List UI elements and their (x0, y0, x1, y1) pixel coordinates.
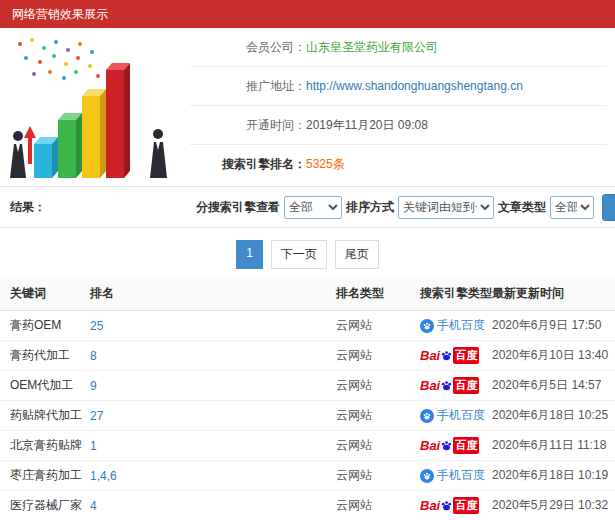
rank-link[interactable]: 1 (90, 439, 97, 453)
rank-type-text: 云网站 (336, 498, 372, 512)
engine-logo: 手机百度 (420, 469, 485, 483)
rank-type-text: 云网站 (336, 348, 372, 362)
rank-type-cell: 云网站 (332, 401, 416, 431)
member-info-section: 会员公司： 山东皇圣堂药业有限公司 推广地址： http://www.shand… (0, 28, 615, 186)
rank-link[interactable]: 8 (90, 349, 97, 363)
filter-controls: 分搜索引擎查看 全部 排序方式 关键词由短到长排序 文章类型 全部 提交 (196, 194, 615, 221)
open-time-value: 2019年11月20日 09:08 (306, 117, 428, 134)
keyword-text: 北京膏药贴牌 (10, 438, 82, 452)
rank-link[interactable]: 27 (90, 409, 103, 423)
engine-logo: Bai百度 (420, 349, 479, 363)
paw-icon (441, 350, 452, 361)
promo-url-label: 推广地址： (190, 78, 306, 95)
mobile-baidu-icon: 手机百度 (420, 467, 485, 484)
table-header-row: 关键词 排名 排名类型 搜索引擎类型 最新更新时间 (0, 277, 615, 311)
engine-cell: 手机百度 (416, 401, 488, 431)
growth-chart-illustration (6, 32, 186, 182)
bar-yellow (82, 89, 106, 178)
rank-link[interactable]: 1,4,6 (90, 469, 117, 483)
rank-type-cell: 云网站 (332, 341, 416, 371)
header-rank-type: 排名类型 (332, 277, 416, 311)
company-label: 会员公司： (190, 39, 306, 56)
bar-chart-growth-image (6, 32, 186, 182)
sort-filter-label: 排序方式 (346, 199, 394, 216)
engine-cell: Bai百度 (416, 341, 488, 371)
paw-icon (441, 440, 452, 451)
keyword-text: 医疗器械厂家 (10, 498, 82, 512)
bar-red (106, 63, 130, 178)
header-keyword: 关键词 (0, 277, 86, 311)
updated-text: 2020年6月18日 10:25 (492, 408, 608, 422)
bar-green (58, 113, 82, 178)
pagination: 1 下一页 尾页 (0, 228, 615, 277)
updated-text: 2020年6月18日 10:19 (492, 468, 608, 482)
engine-filter-label: 分搜索引擎查看 (196, 199, 280, 216)
open-time-label: 开通时间： (190, 117, 306, 134)
table-body: 膏药OEM 25 云网站 手机百度 2020年6月9日 17:50 膏药代加工 … (0, 311, 615, 520)
keyword-cell: 北京膏药贴牌 (0, 431, 86, 461)
paw-icon (423, 412, 431, 420)
businessman-right (150, 129, 167, 178)
rank-link[interactable]: 4 (90, 499, 97, 513)
rank-type-text: 云网站 (336, 408, 372, 422)
header-updated: 最新更新时间 (488, 277, 615, 311)
article-type-select[interactable]: 全部 (550, 196, 594, 219)
engine-cell: Bai百度 (416, 431, 488, 461)
table-row: OEM代加工 9 云网站 Bai百度 2020年6月5日 14:57 (0, 371, 615, 401)
rank-cell: 4 (86, 491, 332, 520)
ranking-table: 关键词 排名 排名类型 搜索引擎类型 最新更新时间 膏药OEM 25 云网站 手… (0, 277, 615, 520)
table-row: 膏药代加工 8 云网站 Bai百度 2020年6月10日 13:40 (0, 341, 615, 371)
promo-url-link[interactable]: http://www.shandonghuangshengtang.cn (306, 79, 523, 93)
updated-cell: 2020年6月18日 10:25 (488, 401, 615, 431)
rank-link[interactable]: 9 (90, 379, 97, 393)
table-row: 枣庄膏药加工 1,4,6 云网站 手机百度 2020年6月18日 10:19 (0, 461, 615, 491)
keyword-text: 枣庄膏药加工 (10, 468, 82, 482)
rank-type-cell: 云网站 (332, 461, 416, 491)
paw-icon (441, 380, 452, 391)
paw-icon (423, 472, 431, 480)
page-number-current[interactable]: 1 (236, 240, 263, 269)
engine-cell: 手机百度 (416, 461, 488, 491)
rank-type-cell: 云网站 (332, 311, 416, 341)
member-info-list: 会员公司： 山东皇圣堂药业有限公司 推广地址： http://www.shand… (190, 28, 615, 184)
updated-text: 2020年5月29日 10:32 (492, 498, 608, 512)
submit-button[interactable]: 提交 (602, 194, 615, 221)
keyword-text: 膏药OEM (10, 318, 61, 332)
rank-cell: 1 (86, 431, 332, 461)
engine-logo: Bai百度 (420, 499, 479, 513)
updated-cell: 2020年6月10日 13:40 (488, 341, 615, 371)
rank-type-cell: 云网站 (332, 431, 416, 461)
info-row-open-time: 开通时间： 2019年11月20日 09:08 (190, 106, 607, 145)
company-name-link[interactable]: 山东皇圣堂药业有限公司 (306, 39, 438, 56)
engine-filter-select[interactable]: 全部 (284, 196, 342, 219)
updated-text: 2020年6月11日 11:18 (492, 438, 606, 452)
updated-text: 2020年6月5日 14:57 (492, 378, 601, 392)
keyword-text: OEM代加工 (10, 378, 73, 392)
baidu-logo-icon: Bai百度 (420, 437, 479, 454)
rank-type-text: 云网站 (336, 378, 372, 392)
businessman-left (10, 131, 26, 178)
engine-cell: Bai百度 (416, 371, 488, 401)
header-rank: 排名 (86, 277, 332, 311)
mobile-baidu-icon: 手机百度 (420, 407, 485, 424)
rank-link[interactable]: 25 (90, 319, 103, 333)
next-page-button[interactable]: 下一页 (271, 240, 327, 269)
paw-icon (423, 322, 431, 330)
last-page-button[interactable]: 尾页 (335, 240, 379, 269)
rank-type-cell: 云网站 (332, 371, 416, 401)
rank-cell: 8 (86, 341, 332, 371)
updated-cell: 2020年6月9日 17:50 (488, 311, 615, 341)
page-title: 网络营销效果展示 (12, 7, 108, 21)
header-engine-type: 搜索引擎类型 (416, 277, 488, 311)
updated-cell: 2020年6月18日 10:19 (488, 461, 615, 491)
rank-cell: 1,4,6 (86, 461, 332, 491)
keyword-cell: 医疗器械厂家 (0, 491, 86, 520)
sort-filter-select[interactable]: 关键词由短到长排序 (398, 196, 494, 219)
updated-cell: 2020年5月29日 10:32 (488, 491, 615, 520)
mobile-baidu-icon: 手机百度 (420, 317, 485, 334)
bar-cyan (34, 137, 58, 178)
rank-count-label: 搜索引擎排名： (190, 156, 306, 173)
keyword-text: 药贴牌代加工 (10, 408, 82, 422)
info-row-company: 会员公司： 山东皇圣堂药业有限公司 (190, 28, 607, 67)
keyword-cell: 药贴牌代加工 (0, 401, 86, 431)
